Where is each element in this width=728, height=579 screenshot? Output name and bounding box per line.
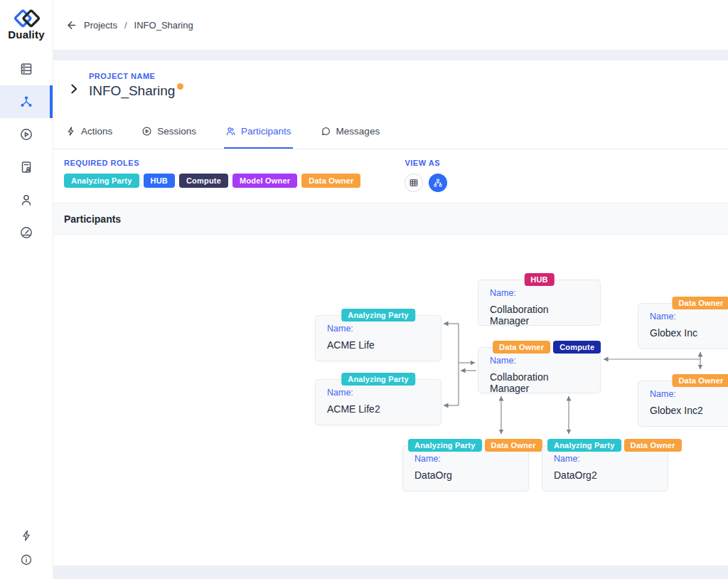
breadcrumb-item-current: INFO_Sharing <box>134 20 193 31</box>
main-content: PROJECT NAME INFO_Sharing Actions Sessio… <box>53 50 728 579</box>
brand-name: Duality <box>8 28 44 41</box>
tab-sessions[interactable]: Sessions <box>140 114 198 149</box>
project-name-label: PROJECT NAME <box>89 72 183 80</box>
node-name-label: Name: <box>650 312 728 322</box>
breadcrumb-item-projects[interactable]: Projects <box>84 20 117 31</box>
project-card: PROJECT NAME INFO_Sharing Actions Sessio… <box>53 60 728 565</box>
message-circle-icon <box>321 126 331 137</box>
flash-icon <box>20 529 33 542</box>
sidebar-item-projects[interactable] <box>0 85 53 118</box>
users-icon <box>225 126 236 137</box>
node-name-value: DataOrg <box>414 469 517 481</box>
participants-heading: Participants <box>53 203 728 235</box>
node-name-label: Name: <box>490 356 589 366</box>
app-logo[interactable]: Duality <box>0 0 53 50</box>
sidebar-item-datasets[interactable] <box>0 53 53 85</box>
breadcrumb-separator: / <box>124 20 127 31</box>
tab-bar: Actions Sessions Participants Messages <box>53 114 728 149</box>
participant-node-collaboration-manager[interactable]: Data Owner Compute Name: Collaboration M… <box>478 347 601 393</box>
gauge-icon <box>19 225 33 240</box>
node-name-label: Name: <box>650 389 728 399</box>
sidebar-item-sessions[interactable] <box>0 118 53 151</box>
role-badge-model-owner: Model Owner <box>232 174 297 188</box>
node-role-badge-analyzing-party: Analyzing Party <box>408 439 482 452</box>
required-roles-group: REQUIRED ROLES Analyzing Party HUB Compu… <box>64 159 360 188</box>
sidebar <box>0 50 53 579</box>
participant-node-acme-life[interactable]: Analyzing Party Name: ACME Life <box>315 315 441 361</box>
chevron-right-icon[interactable] <box>68 83 80 95</box>
sidebar-item-flash[interactable] <box>0 524 53 548</box>
grid-icon <box>409 178 419 188</box>
user-icon <box>19 193 33 207</box>
participant-node-dataorg[interactable]: Analyzing Party Data Owner Name: DataOrg <box>402 445 529 492</box>
participant-node-dataorg2[interactable]: Analyzing Party Data Owner Name: DataOrg… <box>542 445 668 492</box>
node-name-label: Name: <box>490 288 589 298</box>
role-badge-compute: Compute <box>179 174 228 188</box>
controls-row: REQUIRED ROLES Analyzing Party HUB Compu… <box>53 149 728 203</box>
node-role-badge-data-owner: Data Owner <box>624 439 682 452</box>
node-name-label: Name: <box>327 388 429 398</box>
node-role-badge-data-owner: Data Owner <box>672 297 728 309</box>
node-name-value: ACME Life2 <box>327 403 429 415</box>
info-icon <box>20 553 33 566</box>
node-name-label: Name: <box>414 454 517 464</box>
sidebar-item-dashboard[interactable] <box>0 216 53 249</box>
project-name-value: INFO_Sharing <box>89 83 183 99</box>
node-name-value: ACME Life <box>327 339 429 351</box>
arrow-left-icon[interactable] <box>65 19 77 31</box>
required-roles-label: REQUIRED ROLES <box>64 159 360 167</box>
role-badge-data-owner: Data Owner <box>301 174 360 188</box>
participants-canvas[interactable]: HUB Name: Collaboration Manager Data Own… <box>53 235 728 565</box>
node-name-label: Name: <box>327 324 429 334</box>
play-circle-icon <box>141 126 152 137</box>
status-dot <box>177 83 183 90</box>
view-as-table-button[interactable] <box>405 174 423 192</box>
play-circle-icon <box>19 127 33 142</box>
node-role-badge-data-owner: Data Owner <box>493 341 550 354</box>
node-name-value: Collaboration Manager <box>490 304 589 326</box>
breadcrumb: Projects / INFO_Sharing <box>65 0 193 50</box>
duality-logo-icon <box>11 9 41 28</box>
tab-actions[interactable]: Actions <box>64 114 114 149</box>
projects-network-icon <box>19 95 33 109</box>
view-as-graph-button[interactable] <box>429 174 447 192</box>
node-name-label: Name: <box>554 454 656 464</box>
view-as-label: VIEW AS <box>405 159 447 167</box>
node-role-badge-hub: HUB <box>524 273 554 286</box>
sidebar-item-users[interactable] <box>0 184 53 216</box>
sidebar-item-reports[interactable] <box>0 151 53 184</box>
datasets-icon <box>19 62 33 76</box>
org-chart-icon <box>433 178 443 188</box>
sidebar-bottom-group <box>0 524 53 572</box>
participant-node-globex-inc[interactable]: Data Owner Name: Globex Inc <box>638 303 728 349</box>
sidebar-item-info[interactable] <box>0 548 53 572</box>
node-name-value: Globex Inc2 <box>650 405 728 416</box>
node-role-badge-analyzing-party: Analyzing Party <box>341 309 415 322</box>
view-as-group: VIEW AS <box>405 159 447 192</box>
node-role-badge-analyzing-party: Analyzing Party <box>341 373 415 386</box>
node-role-badge-data-owner: Data Owner <box>672 374 728 387</box>
node-name-value: DataOrg2 <box>554 469 656 481</box>
report-document-icon <box>19 160 33 174</box>
participant-node-hub-manager[interactable]: HUB Name: Collaboration Manager <box>478 280 601 326</box>
participant-node-globex-inc2[interactable]: Data Owner Name: Globex Inc2 <box>638 381 728 427</box>
node-role-badge-compute: Compute <box>553 341 601 354</box>
tab-participants[interactable]: Participants <box>224 114 293 149</box>
zap-icon <box>65 126 76 137</box>
project-header: PROJECT NAME INFO_Sharing <box>53 60 728 114</box>
node-name-value: Globex Inc <box>650 327 728 339</box>
top-bar: Duality Projects / INFO_Sharing <box>0 0 728 50</box>
node-role-badge-analyzing-party: Analyzing Party <box>547 439 621 452</box>
participant-node-acme-life2[interactable]: Analyzing Party Name: ACME Life2 <box>315 379 441 425</box>
node-name-value: Collaboration Manager <box>490 371 589 394</box>
tab-messages[interactable]: Messages <box>319 114 382 149</box>
role-badge-hub: HUB <box>144 174 175 188</box>
node-role-badge-data-owner: Data Owner <box>485 439 542 452</box>
role-badge-analyzing-party: Analyzing Party <box>64 174 139 188</box>
